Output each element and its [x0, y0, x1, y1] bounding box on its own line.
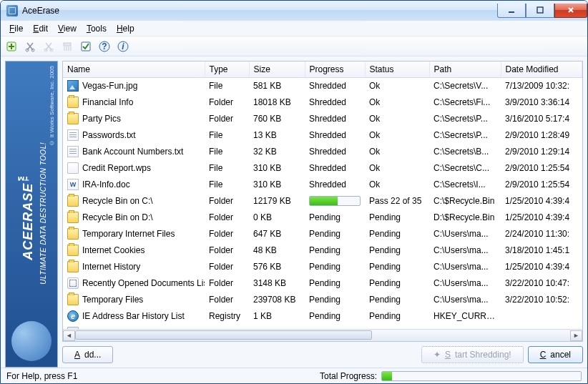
recent-icon — [67, 277, 79, 289]
cell-progress: Pending — [305, 226, 365, 242]
cancel-button[interactable]: Cancel — [528, 346, 583, 363]
close-button[interactable] — [554, 4, 587, 18]
cell-status: Pending — [365, 259, 429, 275]
statusbar: For Help, press F1 Total Progress: — [1, 368, 587, 383]
cell-date: 3/9/2010 3:36:14 — [501, 94, 582, 111]
add-button[interactable]: Add... — [62, 346, 113, 363]
table-row[interactable]: Passwords.txtFile13 KBShreddedOkC:\Secre… — [63, 127, 582, 144]
column-header-row[interactable]: Name Type Size Progress Status Path Date… — [63, 61, 582, 78]
shred-icon: ✦ — [433, 350, 441, 360]
cell-status: Ok — [365, 111, 429, 127]
cell-progress: Pending — [305, 210, 365, 226]
cell-type: Folder — [205, 210, 249, 226]
cell-size: 13 KB — [249, 127, 305, 144]
toolbar-help-icon[interactable]: ? — [98, 40, 111, 53]
col-progress[interactable]: Progress — [305, 61, 365, 78]
cell-size: 18018 KB — [249, 94, 305, 111]
table-row[interactable]: Bank Account Numbers.txtFile32 KBShredde… — [63, 144, 582, 160]
table-row[interactable]: IRA-Info.docFile310 KBShreddedOkC:\Secre… — [63, 177, 582, 193]
cell-size: 310 KB — [249, 160, 305, 177]
cell-size: 576 KB — [249, 259, 305, 275]
doc-icon — [67, 179, 79, 190]
minimize-button[interactable] — [497, 4, 526, 18]
file-name: Bank Account Numbers.txt — [82, 147, 183, 157]
toolbar-cut-icon[interactable] — [24, 40, 36, 53]
toolbar: ? i — [1, 36, 587, 56]
menu-edit[interactable]: Edit — [29, 22, 52, 35]
menu-tools[interactable]: Tools — [82, 22, 111, 35]
cell-path: C:\Secrets\P... — [429, 127, 501, 144]
cell-progress: Shredded — [305, 94, 365, 111]
scroll-right-icon[interactable]: ► — [570, 330, 582, 341]
button-row: Add... ✦ Start Shredding! Cancel — [62, 342, 583, 368]
cell-status: Ok — [365, 127, 429, 144]
cell-progress: Shredded — [305, 78, 365, 94]
cell-progress: Pending — [305, 292, 365, 308]
cell-date: 3/22/2010 10:47: — [501, 275, 582, 292]
table-row[interactable]: Internet CookiesFolder48 KBPendingPendin… — [63, 242, 582, 259]
horizontal-scrollbar[interactable]: ◄ ► — [63, 329, 582, 341]
file-name: Temporary Files — [82, 295, 143, 305]
cell-date: 1/25/2010 4:39:4 — [501, 193, 582, 210]
menu-view[interactable]: View — [54, 22, 81, 35]
svg-rect-0 — [509, 11, 514, 13]
toolbar-about-icon[interactable]: i — [117, 40, 129, 53]
ie-icon — [67, 310, 79, 322]
cell-date: 2/24/2010 11:30: — [501, 226, 582, 242]
banner-copyright: © It Works Software, Inc. 2005 — [49, 66, 55, 146]
cell-path: C:\Secrets\I... — [429, 177, 501, 193]
cell-progress: Shredded — [305, 127, 365, 144]
cell-date: 2/9/2010 1:25:54 — [501, 177, 582, 193]
cell-date — [501, 308, 582, 325]
table-row[interactable]: Recycle Bin on D:\Folder0 KBPendingPendi… — [63, 210, 582, 226]
col-size[interactable]: Size — [249, 61, 305, 78]
scroll-left-icon[interactable]: ◄ — [63, 330, 75, 341]
toolbar-shred-icon[interactable] — [61, 40, 74, 53]
scroll-thumb[interactable] — [75, 330, 372, 340]
cell-type: Folder — [205, 292, 249, 308]
menu-file[interactable]: File — [5, 22, 27, 35]
table-row[interactable]: Internet HistoryFolder576 KBPendingPendi… — [63, 259, 582, 275]
cell-size: 0 KB — [249, 210, 305, 226]
cell-date: 3/16/2010 5:17:4 — [501, 111, 582, 127]
col-type[interactable]: Type — [205, 61, 249, 78]
col-date[interactable]: Date Modified — [501, 61, 582, 78]
cell-path: C:\Users\ma... — [429, 292, 501, 308]
cell-progress: Pending — [305, 259, 365, 275]
cell-size: 1 KB — [249, 308, 305, 325]
cell-type: Folder — [205, 111, 249, 127]
table-row[interactable]: IE Address Bar History ListRegistry1 KBP… — [63, 308, 582, 325]
file-list[interactable]: Name Type Size Progress Status Path Date… — [62, 61, 583, 342]
table-row[interactable]: Recycle Bin on C:\Folder12179 KBPass 22 … — [63, 193, 582, 210]
cell-path: C:\Users\ma... — [429, 275, 501, 292]
toolbar-add-icon[interactable] — [5, 40, 18, 53]
titlebar[interactable]: AceErase — [1, 1, 587, 21]
svg-rect-15 — [64, 43, 71, 46]
table-row[interactable]: Financial InfoFolder18018 KBShreddedOkC:… — [63, 94, 582, 111]
col-path[interactable]: Path — [429, 61, 501, 78]
cell-date: 2/9/2010 1:28:49 — [501, 127, 582, 144]
table-row[interactable]: Party PicsFolder760 KBShreddedOkC:\Secre… — [63, 111, 582, 127]
table-row[interactable]: Vegas-Fun.jpgFile581 KBShreddedOkC:\Secr… — [63, 78, 582, 94]
menu-help[interactable]: Help — [112, 22, 139, 35]
file-name: Recently Opened Documents List — [82, 278, 205, 288]
file-name: Passwords.txt — [82, 130, 136, 140]
cell-type: Folder — [205, 193, 249, 210]
col-status[interactable]: Status — [365, 61, 429, 78]
total-progress-bar — [381, 371, 582, 381]
file-name: Financial Info — [82, 97, 133, 107]
table-row[interactable]: Temporary Internet FilesFolder647 KBPend… — [63, 226, 582, 242]
banner-logo-icon — [11, 321, 52, 361]
toolbar-options-icon[interactable] — [79, 40, 92, 53]
file-name: Credit Report.wps — [82, 163, 151, 173]
col-name[interactable]: Name — [63, 61, 205, 78]
cell-size: 239708 KB — [249, 292, 305, 308]
maximize-button[interactable] — [526, 4, 554, 18]
table-row[interactable]: Recently Opened Documents ListFolder3148… — [63, 275, 582, 292]
cell-type: Folder — [205, 275, 249, 292]
table-row[interactable]: Temporary FilesFolder239708 KBPendingPen… — [63, 292, 582, 308]
cell-progress: Shredded — [305, 111, 365, 127]
folder-icon — [67, 294, 79, 305]
table-row[interactable]: Credit Report.wpsFile310 KBShreddedOkC:\… — [63, 160, 582, 177]
cell-path: C:\Secrets\V... — [429, 78, 501, 94]
